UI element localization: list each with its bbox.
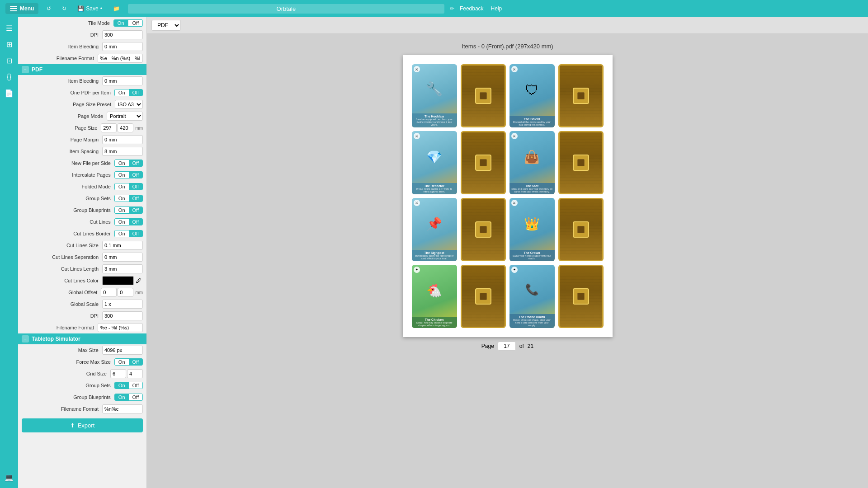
sidebar-item-file[interactable]: 📄 — [2, 86, 16, 100]
tabletop-section-header[interactable]: − Tabletop Simulator — [18, 333, 146, 344]
pdf-group-sets-toggle[interactable]: On Off — [114, 195, 143, 202]
tabletop-collapse-btn[interactable]: − — [22, 335, 29, 343]
pdf-group-sets-off[interactable]: Off — [129, 195, 142, 202]
menu-button[interactable]: Menu — [5, 3, 38, 14]
cut-lines-color-box[interactable] — [102, 276, 134, 285]
filename-top-input[interactable] — [98, 54, 143, 63]
intercalate-pages-toggle[interactable]: On Off — [114, 171, 143, 178]
cut-lines-border-off[interactable]: Off — [129, 230, 142, 237]
sidebar-item-grid[interactable]: ⊞ — [2, 37, 16, 52]
folded-mode-on[interactable]: On — [115, 183, 129, 190]
undo-button[interactable]: ↺ — [44, 5, 54, 13]
one-pdf-off[interactable]: Off — [129, 89, 142, 96]
pdf-group-blueprints-off[interactable]: Off — [129, 207, 142, 213]
tts-group-blueprints-toggle[interactable]: On Off — [114, 394, 143, 401]
row-cut-lines-color: Cut Lines Color 🖊 — [18, 275, 146, 286]
tts-group-blueprints-off[interactable]: Off — [129, 394, 142, 400]
force-max-size-on[interactable]: On — [115, 359, 129, 365]
new-file-per-side-toggle[interactable]: On Off — [114, 160, 143, 167]
buckle-inner-2 — [480, 159, 487, 166]
feedback-button[interactable]: Feedback — [460, 5, 484, 12]
sidebar-item-home[interactable]: ☰ — [2, 21, 16, 35]
pdf-group-blueprints-toggle[interactable]: On Off — [114, 206, 143, 214]
one-pdf-toggle[interactable]: On Off — [114, 89, 143, 96]
help-button[interactable]: Help — [491, 5, 502, 12]
tts-group-sets-toggle[interactable]: On Off — [114, 382, 143, 389]
cut-lines-border-toggle[interactable]: On Off — [114, 230, 143, 237]
page-margin-label: Page Margin — [22, 137, 102, 142]
global-offset-y-input[interactable] — [118, 288, 133, 297]
card-desc-6: Swap: You may choose to ignore chapter e… — [414, 321, 455, 327]
export-button[interactable]: ⬆ Export — [22, 418, 143, 432]
cut-lines-toggle[interactable]: On Off — [114, 218, 143, 225]
intercalate-pages-off[interactable]: Off — [129, 172, 142, 178]
title-input[interactable] — [128, 4, 444, 14]
tile-mode-off[interactable]: Off — [129, 20, 142, 26]
card-front-6: ✦ 🐔 The Chicken Swap: You may choose to … — [412, 265, 457, 328]
force-max-size-toggle[interactable]: On Off — [114, 358, 143, 366]
intercalate-pages-on[interactable]: On — [115, 172, 129, 178]
card-desc-1: Discard all the cards used by your rival… — [511, 121, 553, 126]
pdf-group-sets-on[interactable]: On — [115, 195, 129, 202]
folded-mode-off[interactable]: Off — [129, 183, 142, 190]
one-pdf-on[interactable]: On — [115, 89, 129, 96]
tts-filename-input[interactable] — [102, 404, 143, 413]
cut-lines-border-on[interactable]: On — [115, 230, 129, 237]
row-intercalate-pages: Intercalate Pages On Off — [18, 169, 146, 181]
page-number-input[interactable] — [498, 342, 516, 351]
force-max-size-off[interactable]: Off — [129, 359, 142, 365]
item-bleeding-top-input[interactable] — [102, 42, 143, 51]
card-name-area-4: The Signpost Immediately apply the right… — [412, 250, 457, 261]
row-cut-lines-length: Cut Lines Length — [18, 263, 146, 275]
pdf-dpi-input[interactable] — [102, 311, 143, 320]
sidebar-item-code[interactable]: {} — [2, 70, 16, 84]
max-size-input[interactable] — [102, 346, 143, 355]
tile-mode-on[interactable]: On — [114, 20, 128, 26]
card-icon-4: 📌 — [412, 198, 457, 250]
badge-5: ⚔ — [511, 200, 518, 206]
page-size-h-input[interactable] — [118, 123, 133, 132]
cut-lines-separation-input[interactable] — [102, 253, 143, 262]
dpi-top-input[interactable] — [102, 30, 143, 39]
redo-button[interactable]: ↻ — [59, 5, 69, 13]
tts-group-sets-on[interactable]: On — [115, 382, 129, 389]
format-select[interactable]: PDF PNG JPG — [151, 20, 181, 31]
row-cut-lines-size: Cut Lines Size — [18, 239, 146, 251]
dpi-top-label: DPI — [22, 32, 102, 38]
cut-lines-off[interactable]: Off — [129, 219, 142, 225]
sidebar-item-bottom[interactable]: 💻 — [2, 470, 16, 484]
pdf-item-bleeding-input[interactable] — [102, 76, 143, 85]
pdf-group-blueprints-on[interactable]: On — [115, 207, 129, 213]
grid-size-h-input[interactable] — [127, 369, 143, 378]
item-spacing-input[interactable] — [102, 147, 143, 156]
save-indicator: • — [100, 5, 102, 12]
tts-group-blueprints-on[interactable]: On — [115, 394, 129, 400]
pdf-filename-input[interactable] — [98, 323, 143, 332]
buckle-4 — [475, 221, 491, 238]
grid-size-w-input[interactable] — [110, 369, 126, 378]
page-margin-input[interactable] — [102, 135, 143, 144]
cut-lines-size-input[interactable] — [102, 241, 143, 250]
tts-group-sets-off[interactable]: Off — [129, 382, 142, 389]
global-scale-input[interactable] — [102, 300, 143, 309]
tile-mode-toggle[interactable]: On Off — [113, 19, 143, 27]
row-item-spacing: Item Spacing — [18, 145, 146, 157]
cut-lines-length-input[interactable] — [102, 264, 143, 273]
cut-lines-color-picker-btn[interactable]: 🖊 — [135, 277, 143, 284]
edit-icon[interactable]: ✏ — [450, 5, 454, 12]
new-file-per-side-off[interactable]: Off — [129, 160, 142, 166]
pdf-filename-label: Filename Format — [22, 325, 98, 330]
sidebar-item-layers[interactable]: ⊡ — [2, 53, 16, 68]
page-size-preset-select[interactable]: ISO A3 ISO A4 Letter — [115, 100, 143, 109]
buckle-7 — [573, 288, 589, 305]
cut-lines-on[interactable]: On — [115, 219, 129, 225]
new-file-per-side-on[interactable]: On — [115, 160, 129, 166]
page-mode-select[interactable]: Portrait Landscape — [107, 112, 143, 121]
save-button[interactable]: 💾 Save • — [75, 5, 105, 13]
pdf-section-header[interactable]: − PDF — [18, 64, 146, 75]
folder-button[interactable]: 📁 — [110, 5, 123, 13]
global-offset-x-input[interactable] — [101, 288, 117, 297]
page-size-w-input[interactable] — [101, 123, 117, 132]
folded-mode-toggle[interactable]: On Off — [114, 183, 143, 190]
pdf-collapse-btn[interactable]: − — [22, 66, 29, 73]
